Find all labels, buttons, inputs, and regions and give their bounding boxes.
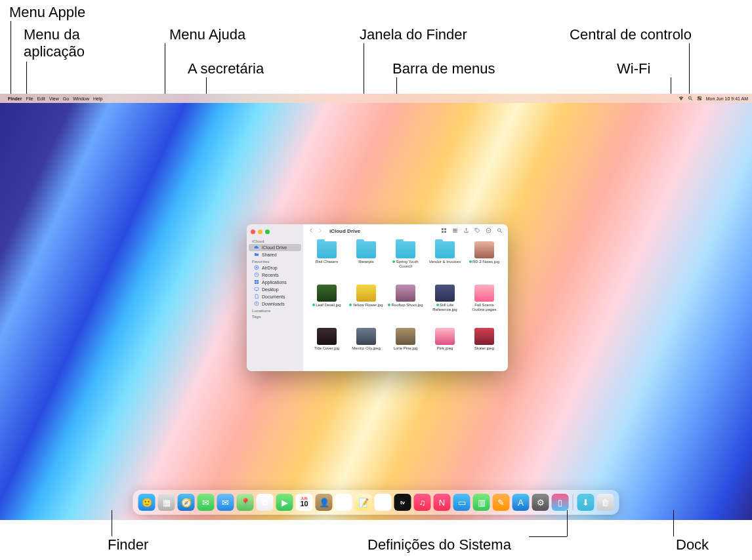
sidebar-item-shared[interactable]: Shared — [249, 251, 301, 258]
dock-notes-icon[interactable]: 📝 — [355, 494, 372, 511]
callout-finder: Finder — [108, 536, 148, 553]
file-item[interactable]: Rooftop Shoot.jpg — [386, 283, 425, 325]
file-item[interactable]: Leaf Detail.jpg — [307, 283, 346, 325]
sidebar-item-desktop[interactable]: Desktop — [249, 286, 301, 293]
dock-calendar-icon[interactable]: JUN10 — [296, 494, 313, 511]
share-button[interactable] — [463, 228, 469, 234]
dock-iphone-mirror-icon[interactable]: ▯ — [552, 494, 569, 511]
file-label: Skater.jpeg — [474, 346, 494, 351]
sidebar-section-icloud: iCloud — [247, 238, 303, 244]
file-item[interactable]: Vendor & Invoices — [425, 240, 465, 282]
window-controls — [247, 227, 303, 238]
callout-menu-help: Menu Ajuda — [169, 26, 245, 43]
sidebar-item-downloads[interactable]: Downloads — [249, 300, 301, 308]
dock-system-settings-icon[interactable]: ⚙ — [532, 494, 549, 511]
app-grid-icon — [254, 279, 259, 285]
finder-content: Rail ChasersReceiptsSpring Youth Council… — [303, 237, 508, 371]
dock-messages-icon[interactable]: ✉ — [198, 494, 215, 511]
view-icons-button[interactable] — [441, 228, 447, 234]
fullscreen-button[interactable] — [265, 230, 270, 234]
close-button[interactable] — [251, 230, 255, 234]
sidebar-item-recents[interactable]: Recents — [249, 271, 301, 279]
dock-tv-icon[interactable]: tv — [394, 494, 411, 511]
dock-maps-icon[interactable]: 📍 — [237, 494, 254, 511]
tag-dot-icon — [469, 260, 472, 263]
menu-file[interactable]: File — [26, 96, 33, 101]
dock-mail-icon[interactable]: ✉ — [217, 494, 234, 511]
svg-rect-13 — [257, 282, 259, 284]
svg-point-4 — [698, 96, 699, 97]
tag-button[interactable] — [474, 228, 480, 234]
file-item[interactable]: Pink.jpeg — [425, 327, 465, 369]
search-button[interactable] — [497, 228, 503, 234]
dock-separator — [573, 494, 574, 510]
menu-edit[interactable]: Edit — [37, 96, 45, 101]
sidebar-item-airdrop[interactable]: AirDrop — [249, 264, 301, 271]
file-item[interactable]: Fall Scents Outline.pages — [465, 283, 504, 325]
dock-safari-icon[interactable]: 🧭 — [178, 494, 195, 511]
dock-pages-icon[interactable]: ✎ — [493, 494, 510, 511]
dock-numbers-icon[interactable]: ▥ — [473, 494, 490, 511]
group-button[interactable] — [452, 228, 458, 234]
svg-line-27 — [501, 231, 502, 233]
file-item[interactable]: Receipts — [346, 240, 386, 282]
menu-help[interactable]: Help — [93, 96, 102, 101]
menu-view[interactable]: View — [49, 96, 59, 101]
dock-freeform-icon[interactable]: ◉ — [375, 494, 392, 511]
svg-point-25 — [486, 228, 491, 233]
sidebar-item-icloud-drive[interactable]: iCloud Drive — [249, 244, 301, 251]
file-item[interactable]: Title Cover.jpg — [307, 327, 346, 369]
menu-go[interactable]: Go — [63, 96, 69, 101]
svg-point-26 — [498, 229, 501, 232]
dock-news-icon[interactable]: N — [434, 494, 451, 511]
tag-dot-icon — [392, 260, 395, 263]
dock-trash-icon[interactable]: 🗑 — [597, 494, 614, 511]
file-thumbnail — [396, 328, 415, 345]
sidebar-item-documents[interactable]: Documents — [249, 293, 301, 300]
dock-launchpad-icon[interactable]: ▦ — [158, 494, 175, 511]
dock: 🙂▦🧭✉✉📍✿▶JUN10👤☰📝◉tv♫N▭▥✎A⚙▯⬇🗑 — [133, 490, 619, 515]
menubar: Finder File Edit View Go Window Help Mon… — [0, 94, 752, 103]
folder-shared-icon — [254, 252, 259, 258]
file-thumbnail — [474, 328, 494, 345]
finder-title: iCloud Drive — [329, 228, 360, 234]
dock-music-icon[interactable]: ♫ — [414, 494, 431, 511]
file-item[interactable]: Spring Youth Council — [386, 240, 425, 282]
minimize-button[interactable] — [258, 230, 262, 234]
forward-button[interactable] — [317, 228, 323, 234]
clock-icon — [254, 272, 259, 278]
spotlight-icon[interactable] — [688, 96, 693, 102]
control-center-icon[interactable] — [697, 96, 702, 102]
file-item[interactable]: Still Life Reference.jpg — [425, 283, 465, 325]
file-thumbnail — [317, 328, 337, 345]
back-button[interactable] — [308, 228, 314, 234]
wifi-icon[interactable] — [679, 96, 684, 102]
menubar-datetime[interactable]: Mon Jun 10 9:41 AM — [706, 96, 748, 101]
file-label: Pink.jpeg — [437, 346, 453, 351]
svg-rect-21 — [453, 229, 457, 230]
file-item[interactable]: Skater.jpeg — [465, 327, 504, 369]
file-item[interactable]: Rail Chasers — [307, 240, 346, 282]
dock-photos-icon[interactable]: ✿ — [257, 494, 274, 511]
svg-line-1 — [691, 99, 692, 100]
action-button[interactable] — [486, 228, 491, 234]
file-thumbnail — [317, 285, 337, 302]
download-icon — [254, 301, 259, 307]
dock-appstore-icon[interactable]: A — [512, 494, 530, 511]
dock-contacts-icon[interactable]: 👤 — [316, 494, 333, 511]
dock-reminders-icon[interactable]: ☰ — [335, 494, 352, 511]
dock-keynote-icon[interactable]: ▭ — [453, 494, 470, 511]
file-item[interactable]: RD.2-Notes.jpg — [465, 240, 504, 282]
dock-downloads-icon[interactable]: ⬇ — [577, 494, 595, 511]
sidebar-item-label: iCloud Drive — [262, 245, 287, 250]
dock-finder-icon[interactable]: 🙂 — [138, 494, 156, 511]
file-item[interactable]: Yellow Flower.jpg — [346, 283, 386, 325]
sidebar-item-applications[interactable]: Applications — [249, 279, 301, 286]
file-thumbnail — [435, 328, 455, 345]
file-item[interactable]: Lone Pine.jpg — [386, 327, 425, 369]
dock-facetime-icon[interactable]: ▶ — [276, 494, 293, 511]
menu-window[interactable]: Window — [73, 96, 89, 101]
menu-app-name[interactable]: Finder — [8, 96, 22, 101]
file-item[interactable]: Mexico City.jpeg — [346, 327, 386, 369]
svg-rect-18 — [444, 228, 446, 230]
